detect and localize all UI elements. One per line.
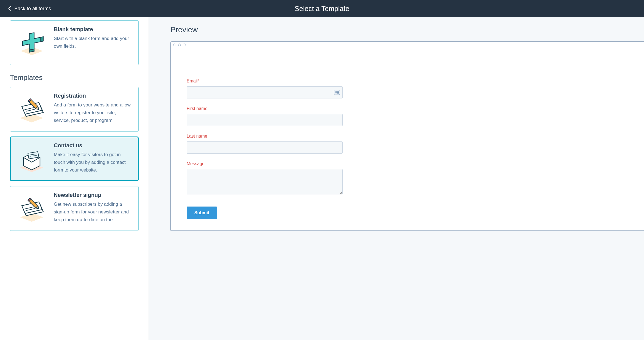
form-group-message: Message — [187, 161, 628, 196]
card-description: Get new subscribers by adding a sign-up … — [54, 200, 133, 224]
back-link-label: Back to all forms — [14, 6, 51, 12]
form-group-email: Email* — [187, 79, 628, 98]
submit-button[interactable]: Submit — [187, 207, 217, 219]
svg-marker-3 — [41, 37, 43, 42]
card-description: Add a form to your website and allow vis… — [54, 101, 133, 124]
message-field[interactable] — [187, 169, 343, 194]
email-field[interactable] — [187, 86, 343, 98]
first-name-field[interactable] — [187, 114, 343, 126]
browser-dot-icon — [173, 44, 176, 46]
form-group-first-name: First name — [187, 106, 628, 126]
preview-panel: Preview Email* First name — [149, 17, 644, 340]
template-card-newsletter-signup[interactable]: Newsletter signup Get new subscribers by… — [10, 186, 139, 231]
form-group-last-name: Last name — [187, 134, 628, 154]
template-sidebar: Blank template Start with a blank form a… — [0, 17, 149, 340]
browser-chrome-bar — [171, 42, 644, 48]
preview-heading: Preview — [170, 25, 644, 34]
first-name-label: First name — [187, 106, 628, 111]
pencil-paper-icon — [15, 192, 48, 225]
envelope-icon — [15, 142, 48, 175]
contact-card-icon — [334, 90, 340, 95]
card-title: Contact us — [54, 142, 133, 149]
email-label: Email* — [187, 79, 628, 84]
card-description: Start with a blank form and add your own… — [54, 35, 133, 50]
card-title: Newsletter signup — [54, 192, 133, 198]
message-label: Message — [187, 161, 628, 166]
card-description: Make it easy for visitors to get in touc… — [54, 151, 133, 174]
browser-dot-icon — [183, 44, 186, 46]
svg-marker-1 — [23, 31, 41, 51]
plus-isometric-icon — [15, 26, 48, 59]
template-card-registration[interactable]: Registration Add a form to your website … — [10, 87, 139, 132]
pencil-paper-icon — [15, 93, 48, 126]
template-card-contact-us[interactable]: Contact us Make it easy for visitors to … — [10, 136, 139, 181]
page-title: Select a Template — [295, 5, 349, 13]
browser-dot-icon — [178, 44, 181, 46]
card-title: Blank template — [54, 26, 133, 33]
chevron-left-icon — [8, 6, 12, 12]
card-title: Registration — [54, 93, 133, 99]
last-name-label: Last name — [187, 134, 628, 139]
preview-browser-frame: Email* First name Last name Message — [170, 41, 644, 231]
last-name-field[interactable] — [187, 141, 343, 154]
back-to-all-forms-link[interactable]: Back to all forms — [0, 6, 51, 12]
template-card-blank[interactable]: Blank template Start with a blank form a… — [10, 20, 139, 65]
header-bar: Back to all forms Select a Template — [0, 0, 644, 17]
templates-heading: Templates — [10, 73, 139, 82]
